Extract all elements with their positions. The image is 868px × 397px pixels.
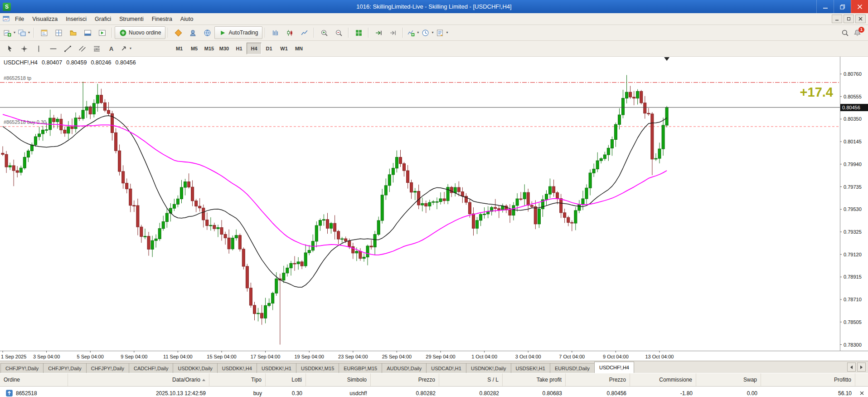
chart-shift-button[interactable] xyxy=(386,26,400,39)
vertical-line-tool-button[interactable] xyxy=(31,42,46,55)
window-restore-button[interactable] xyxy=(834,0,851,13)
chart-bars-button[interactable] xyxy=(268,26,282,39)
chart-area[interactable]: 0.807600.805550.803500.801450.799400.797… xyxy=(0,57,868,361)
cursor-icon xyxy=(6,45,14,53)
chart-tab[interactable]: EURGBP!,M15 xyxy=(339,363,382,373)
chart-tab[interactable]: CHFJPY!,Daily xyxy=(0,363,44,373)
terminal-button[interactable] xyxy=(80,26,95,39)
close-position-button[interactable] xyxy=(855,391,868,395)
text-label-tool-button[interactable]: A xyxy=(104,42,118,55)
new-chart-button[interactable]: ▾ xyxy=(2,26,17,39)
window-minimize-button[interactable] xyxy=(816,0,834,13)
chart-tab[interactable]: USDDKK!,M15 xyxy=(296,363,339,373)
time-tick-label: 15 Sep 04:00 xyxy=(207,354,236,359)
chart-tab[interactable]: USDSEK!,H1 xyxy=(511,363,550,373)
chart-tab[interactable]: AUDUSD!,Daily xyxy=(382,363,427,373)
tabs-scroll-right-button[interactable] xyxy=(857,363,866,372)
chart-shift-marker[interactable] xyxy=(664,57,669,61)
data-window-button[interactable] xyxy=(51,26,66,39)
chart-line-button[interactable] xyxy=(297,26,311,39)
templates-button[interactable]: ▾ xyxy=(435,26,449,39)
menu-inserisci[interactable]: Inserisci xyxy=(62,13,91,25)
price-tick-label: 0.79120 xyxy=(844,252,862,257)
timeframe-h4[interactable]: H4 xyxy=(247,43,262,54)
price-tick-label: 0.78915 xyxy=(844,274,862,279)
navigator-button[interactable] xyxy=(66,26,80,39)
terminal-icon xyxy=(84,29,92,37)
app-logo-icon: S xyxy=(3,3,11,11)
periods-button[interactable]: ▾ xyxy=(420,26,435,39)
cursor-tool-button[interactable] xyxy=(2,42,17,55)
position-line-label: #8652518 buy 0.30 xyxy=(4,119,46,125)
timeframe-h1[interactable]: H1 xyxy=(232,43,247,54)
strategy-tester-button[interactable] xyxy=(95,26,109,39)
order-row[interactable]: 86525182025.10.13 12:42:59buy0.30usdchf!… xyxy=(0,387,868,397)
chart-tab[interactable]: CHFJPY!,Daily xyxy=(86,363,129,373)
chart-close-button[interactable] xyxy=(855,15,866,23)
timeframe-mn[interactable]: MN xyxy=(291,43,306,54)
tabs-scroll-left-button[interactable] xyxy=(847,363,856,372)
price-tick-label: 0.80555 xyxy=(844,94,862,99)
community-button[interactable] xyxy=(200,26,214,39)
chart-candles-button[interactable] xyxy=(282,26,297,39)
timeframe-w1[interactable]: W1 xyxy=(276,43,291,54)
column-header: Prezzo xyxy=(566,373,630,386)
menu-strumenti[interactable]: Strumenti xyxy=(115,13,148,25)
chart-tab[interactable]: USDCHF!,H4 xyxy=(594,362,634,373)
chart-tab[interactable]: EURUSD!,Daily xyxy=(550,363,595,373)
fibonacci-tool-button[interactable] xyxy=(89,42,104,55)
trendline-tool-button[interactable] xyxy=(60,42,75,55)
menu-finestra[interactable]: Finestra xyxy=(148,13,176,25)
timeframe-m5[interactable]: M5 xyxy=(187,43,202,54)
menu-grafici[interactable]: Grafici xyxy=(91,13,115,25)
column-header: Take profit xyxy=(503,373,566,386)
window-close-button[interactable] xyxy=(851,0,868,13)
zoom-in-button[interactable] xyxy=(317,26,331,39)
horizontal-line-tool-button[interactable] xyxy=(46,42,60,55)
search-button[interactable] xyxy=(841,29,849,37)
autotrading-button[interactable]: AutoTrading xyxy=(214,26,262,39)
profiles-button[interactable]: ▾ xyxy=(17,26,31,39)
auto-scroll-button[interactable] xyxy=(371,26,386,39)
dropdown-caret-icon: ▾ xyxy=(446,31,448,34)
channel-tool-button[interactable] xyxy=(75,42,89,55)
order-ticket: 8652518 xyxy=(0,389,68,397)
experts-button[interactable] xyxy=(185,26,200,39)
chart-canvas[interactable]: 0.807600.805550.803500.801450.799400.797… xyxy=(0,57,868,361)
time-tick-label: 25 Sep 04:00 xyxy=(382,354,412,359)
arrows-tool-button[interactable]: ▾ xyxy=(118,42,133,55)
vertical-line-icon xyxy=(35,45,43,53)
menubar: FileVisualizzaInserisciGraficiStrumentiF… xyxy=(0,13,868,25)
toolbar-separator xyxy=(314,28,315,38)
indicators-button[interactable]: ▾ xyxy=(406,26,420,39)
timeframe-m30[interactable]: M30 xyxy=(217,43,232,54)
column-header: Commissione xyxy=(630,373,696,386)
chart-tab[interactable]: CHFJPY!,Daily xyxy=(43,363,86,373)
menu-aiuto[interactable]: Aiuto xyxy=(176,13,198,25)
crosshair-tool-button[interactable] xyxy=(17,42,31,55)
chart-minimize-button[interactable] xyxy=(832,15,842,23)
chart-tab[interactable]: USDDKK!,H1 xyxy=(257,363,296,373)
chart-tab[interactable]: USDNOK!,Daily xyxy=(466,363,511,373)
menu-file[interactable]: File xyxy=(11,13,28,25)
menu-visualizza[interactable]: Visualizza xyxy=(28,13,62,25)
market-watch-button[interactable] xyxy=(37,26,51,39)
order-buy-icon xyxy=(5,389,13,397)
timeframe-d1[interactable]: D1 xyxy=(262,43,276,54)
tile-windows-button[interactable] xyxy=(351,26,366,39)
column-header: S / L xyxy=(439,373,503,386)
chart-restore-button[interactable] xyxy=(844,15,854,23)
metaeditor-button[interactable] xyxy=(171,26,185,39)
timeframe-m15[interactable]: M15 xyxy=(202,43,217,54)
zoom-out-button[interactable] xyxy=(331,26,346,39)
column-header: Lotti xyxy=(266,373,306,386)
chart-tab[interactable]: USDDKK!,H4 xyxy=(217,363,257,373)
toolbar-separator xyxy=(168,28,169,38)
new-order-button[interactable]: Nuovo ordine xyxy=(115,26,165,39)
chart-tab[interactable]: USDDKK!,Daily xyxy=(173,363,217,373)
time-tick-label: 29 Sep 04:00 xyxy=(426,354,455,359)
timeframe-m1[interactable]: M1 xyxy=(172,43,187,54)
notifications-button[interactable]: 1 xyxy=(853,29,861,37)
chart-tab[interactable]: USDCAD!,H1 xyxy=(426,363,466,373)
chart-tab[interactable]: CADCHF!,Daily xyxy=(129,363,173,373)
